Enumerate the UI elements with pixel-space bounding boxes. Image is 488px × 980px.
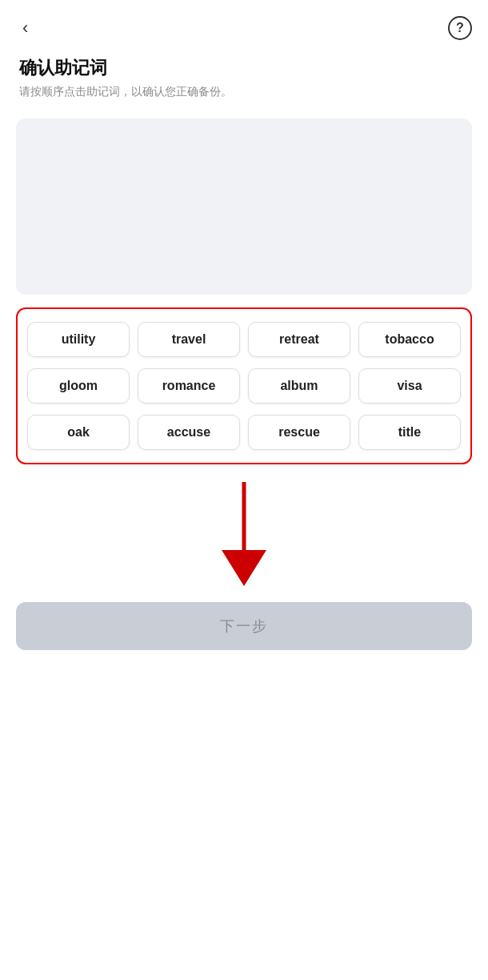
svg-marker-1 — [222, 550, 266, 586]
words-selection-area: utilitytravelretreattobaccogloomromancea… — [16, 307, 472, 464]
word-chip-title[interactable]: title — [358, 415, 461, 450]
next-button[interactable]: 下一步 — [16, 602, 472, 650]
arrow-icon — [212, 482, 276, 594]
page-title: 确认助记词 — [19, 56, 469, 80]
word-chip-utility[interactable]: utility — [27, 322, 130, 357]
help-icon: ? — [456, 21, 464, 35]
title-section: 确认助记词 请按顺序点击助记词，以确认您正确备份。 — [0, 48, 488, 106]
word-chip-rescue[interactable]: rescue — [248, 415, 350, 450]
word-chip-gloom[interactable]: gloom — [27, 368, 130, 404]
back-button[interactable]: ‹ — [16, 16, 34, 40]
word-chip-visa[interactable]: visa — [358, 368, 461, 404]
word-chip-accuse[interactable]: accuse — [138, 415, 240, 450]
help-button[interactable]: ? — [448, 16, 472, 40]
arrow-container — [0, 474, 488, 602]
word-chip-tobacco[interactable]: tobacco — [358, 322, 461, 357]
word-chip-travel[interactable]: travel — [138, 322, 240, 357]
page-subtitle: 请按顺序点击助记词，以确认您正确备份。 — [19, 85, 469, 99]
mnemonic-display-area — [16, 118, 472, 295]
word-chip-album[interactable]: album — [248, 368, 350, 404]
word-chip-romance[interactable]: romance — [138, 368, 240, 404]
word-chip-retreat[interactable]: retreat — [248, 322, 350, 357]
header: ‹ ? — [0, 0, 488, 48]
word-chip-oak[interactable]: oak — [27, 415, 130, 450]
words-grid: utilitytravelretreattobaccogloomromancea… — [27, 322, 461, 450]
